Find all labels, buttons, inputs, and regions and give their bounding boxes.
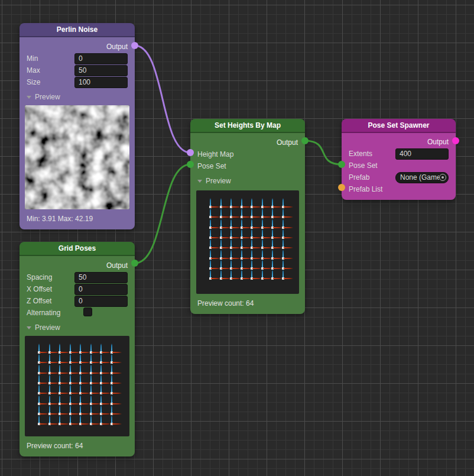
- node-set-heights-by-map[interactable]: Set Heights By Map Output Height Map Pos…: [190, 119, 305, 314]
- heights-preview-count: Preview count: 64: [197, 299, 254, 307]
- preview-foldout-label: Preview: [35, 323, 60, 332]
- output-port-label: Output: [277, 138, 298, 147]
- port-grid-output[interactable]: [131, 260, 138, 267]
- field-row-spacing: Spacing: [20, 271, 135, 283]
- alternating-label: Alternating: [27, 309, 83, 317]
- pose-marker: [111, 423, 113, 425]
- port-spawner-prefablist[interactable]: [338, 184, 345, 191]
- node-body-pose-set-spawner: Output Extents Pose Set Prefab None (Gam…: [342, 133, 456, 200]
- size-input[interactable]: [74, 77, 128, 88]
- pose-marker: [90, 423, 92, 425]
- node-body-set-heights: Output Height Map Pose Set Preview Previ…: [190, 133, 305, 314]
- preview-foldout-heights[interactable]: Preview: [190, 175, 305, 187]
- field-row-max: Max: [20, 64, 135, 76]
- field-row-x-offset: X Offset: [20, 283, 135, 295]
- max-input[interactable]: [74, 65, 128, 76]
- prefab-object-value: None (Game: [400, 173, 439, 182]
- pose-marker: [261, 277, 264, 280]
- pose-marker: [38, 423, 40, 425]
- node-grid-poses[interactable]: Grid Poses Output Spacing X Offset Z Off…: [20, 242, 135, 456]
- node-body-grid-poses: Output Spacing X Offset Z Offset Alterna…: [20, 256, 135, 456]
- min-input[interactable]: [74, 53, 128, 64]
- pose-grid: [196, 190, 299, 294]
- port-perlin-output[interactable]: [131, 42, 138, 49]
- wire[interactable]: [135, 46, 190, 153]
- port-spawner-output[interactable]: [452, 137, 459, 144]
- node-body-perlin-noise: Output Min Max Size Preview: [20, 37, 135, 229]
- node-title-pose-set-spawner[interactable]: Pose Set Spawner: [342, 119, 456, 133]
- pose-marker: [209, 277, 212, 280]
- field-row-z-offset: Z Offset: [20, 295, 135, 307]
- node-title-set-heights[interactable]: Set Heights By Map: [190, 119, 305, 133]
- port-heights-poseset[interactable]: [187, 161, 194, 168]
- grid-preview-count: Preview count: 64: [27, 442, 83, 450]
- grid-poses-preview-image: [25, 336, 129, 436]
- heights-preview-image: [196, 190, 299, 294]
- output-port-label: Output: [427, 138, 449, 146]
- pose-marker: [79, 423, 82, 425]
- foldout-arrow-icon: [27, 96, 31, 99]
- output-port-label: Output: [106, 43, 128, 51]
- extents-input[interactable]: [395, 148, 449, 160]
- pose-marker: [220, 277, 222, 280]
- prefab-list-port-label: Prefab List: [349, 185, 449, 193]
- field-row-size: Size: [20, 76, 135, 88]
- graph-canvas[interactable]: Perlin Noise Output Min Max Size Preview: [0, 0, 474, 476]
- node-perlin-noise[interactable]: Perlin Noise Output Min Max Size Preview: [20, 23, 135, 229]
- min-label: Min: [27, 54, 74, 63]
- z-offset-input[interactable]: [74, 296, 128, 307]
- size-label: Size: [27, 78, 74, 86]
- foldout-arrow-icon: [197, 180, 202, 183]
- spacing-label: Spacing: [27, 273, 74, 281]
- alternating-checkbox[interactable]: [83, 307, 92, 316]
- pose-marker: [59, 423, 61, 425]
- preview-foldout-label: Preview: [206, 177, 231, 185]
- wire[interactable]: [305, 141, 342, 164]
- pose-marker: [100, 423, 102, 425]
- node-title-perlin-noise[interactable]: Perlin Noise: [20, 23, 135, 37]
- port-heights-heightmap[interactable]: [187, 149, 194, 156]
- field-row-prefab: Prefab None (Game: [342, 171, 456, 183]
- preview-foldout-perlin[interactable]: Preview: [20, 91, 135, 103]
- field-row-alternating: Alternating: [20, 307, 135, 319]
- pose-marker: [251, 277, 253, 280]
- preview-foldout-label: Preview: [35, 93, 60, 101]
- field-row-min: Min: [20, 53, 135, 64]
- extents-label: Extents: [349, 150, 395, 158]
- preview-foldout-grid[interactable]: Preview: [20, 322, 135, 333]
- pose-marker: [69, 423, 72, 425]
- node-title-grid-poses[interactable]: Grid Poses: [20, 242, 135, 256]
- port-spawner-poseset[interactable]: [338, 161, 345, 168]
- pose-marker: [230, 277, 232, 280]
- pose-grid: [25, 336, 129, 436]
- field-row-extents: Extents: [342, 148, 456, 160]
- x-offset-label: X Offset: [27, 285, 74, 293]
- max-label: Max: [27, 66, 74, 75]
- pose-set-port-label: Pose Set: [349, 161, 449, 170]
- pose-marker: [48, 423, 51, 425]
- prefab-object-field[interactable]: None (Game: [395, 172, 449, 183]
- wire[interactable]: [135, 164, 190, 263]
- z-offset-label: Z Offset: [27, 297, 74, 305]
- prefab-label: Prefab: [349, 173, 395, 182]
- object-picker-icon[interactable]: [439, 174, 446, 181]
- spacing-input[interactable]: [74, 272, 128, 283]
- node-pose-set-spawner[interactable]: Pose Set Spawner Output Extents Pose Set…: [342, 119, 456, 200]
- foldout-arrow-icon: [27, 326, 31, 329]
- port-heights-output[interactable]: [301, 137, 309, 144]
- pose-set-port-label: Pose Set: [197, 162, 298, 170]
- perlin-stats-text: Min: 3.91 Max: 42.19: [27, 215, 93, 223]
- height-map-port-label: Height Map: [197, 150, 298, 158]
- pose-marker: [271, 277, 274, 280]
- pose-marker: [241, 277, 243, 280]
- output-port-label: Output: [106, 261, 128, 270]
- x-offset-input[interactable]: [74, 284, 128, 295]
- perlin-noise-preview-image: [25, 105, 129, 209]
- pose-marker: [282, 277, 284, 280]
